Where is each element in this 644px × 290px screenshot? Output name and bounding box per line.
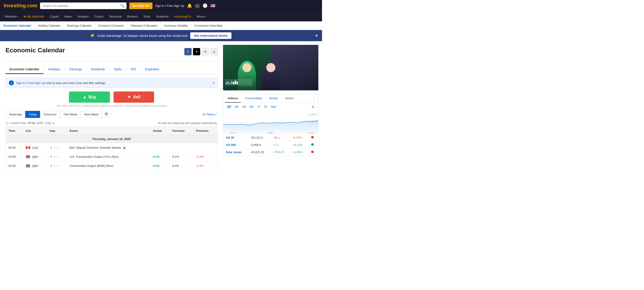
share-print-button[interactable]: 🖨 <box>210 48 218 55</box>
content-wrapper: Economic Calendar f ✕ ✉ 🖨 Economic Calen… <box>0 41 322 176</box>
time-6m-button[interactable]: 6M <box>248 105 255 109</box>
briefcase-icon[interactable]: 💼 <box>195 3 200 8</box>
subnav-currencies-heat-map[interactable]: Currencies Heat Map <box>191 22 226 30</box>
tab-commodities[interactable]: Commodities <box>242 94 265 103</box>
nav-watchlist[interactable]: ★ My Watchlist <box>21 12 47 22</box>
cell-time: 02:00 <box>6 152 23 162</box>
svg-text:16/01: 16/01 <box>268 132 273 134</box>
date-row-label: Thursday, January 16, 2025 <box>6 135 218 143</box>
chart-expand-button[interactable]: ⊞ <box>310 105 316 109</box>
get-off-button[interactable]: Get 50% Off <box>129 2 152 9</box>
date-today-button[interactable]: Today <box>25 111 40 118</box>
sell-arrow-icon: ▼ <box>127 95 131 100</box>
subnav-currency-volatility[interactable]: Currency Volatility <box>161 22 191 30</box>
promo-button[interactable]: See undervalued stocks <box>190 32 232 39</box>
time-1d-button[interactable]: 1D <box>226 105 232 109</box>
chart-container: 43,000.0 42,750.0 16:00 16/01 08:00 <box>223 109 318 134</box>
table-row: 00:30 🇨🇦 CAD ★ ★ ★ BoC Deputy Governor G… <box>6 143 218 152</box>
subnav-economic-calendar[interactable]: Economic Calendar <box>4 22 34 30</box>
nav-more[interactable]: More ▾ <box>194 12 208 22</box>
cell-forecast <box>170 143 194 152</box>
calendar-picker-button[interactable]: 📅 <box>102 111 111 118</box>
info-sign-in-link[interactable]: Sign In <box>16 81 25 85</box>
time-1m-button[interactable]: 1M <box>241 105 247 109</box>
right-sidebar: Indices | Commodities | Bonds | Stocks ⋮… <box>223 41 322 176</box>
index-row-dow: Dow Jones 43,221.55 +703.27 +1.65% <box>223 149 318 156</box>
search-button[interactable]: 🔍 <box>120 4 125 8</box>
date-this-week-button[interactable]: This Week <box>60 111 80 118</box>
share-twitter-button[interactable]: ✕ <box>193 48 200 55</box>
search-box: 🔍 <box>40 2 126 9</box>
index-dot-dow <box>311 150 314 153</box>
time-max-button[interactable]: Max <box>270 105 278 109</box>
timezone-label: (GMT -5:00) <box>36 122 51 125</box>
tab-stocks[interactable]: Stocks <box>282 94 297 103</box>
share-buttons: f ✕ ✉ 🖨 <box>184 48 218 55</box>
nav-crypto[interactable]: Crypto <box>48 12 61 22</box>
tabs-bar: Economic Calendar | Holidays | Earnings … <box>6 65 218 74</box>
tab-bonds[interactable]: Bonds <box>267 94 280 103</box>
sign-in-link[interactable]: Sign In / <box>155 4 166 8</box>
time-1w-button[interactable]: 1W <box>233 105 240 109</box>
nav-markets[interactable]: Markets ▾ <box>3 12 20 22</box>
index-value-us500: 5,956.9 <box>251 143 261 146</box>
indices-more-button[interactable]: ⋮ <box>312 96 316 101</box>
index-change-us500: +7.1 <box>273 143 279 146</box>
page-title: Economic Calendar <box>6 47 65 54</box>
subnav-fibonacci-calculator[interactable]: Fibonacci Calculator <box>128 22 161 30</box>
nav-news[interactable]: News <box>62 12 74 22</box>
speaker-icon: 🔊 <box>123 146 126 149</box>
tab-dividends[interactable]: Dividends <box>87 65 109 74</box>
nav-brokers[interactable]: Brokers <box>125 12 140 22</box>
info-sign-up-link[interactable]: Free Sign Up <box>28 81 45 85</box>
share-facebook-button[interactable]: f <box>184 48 192 55</box>
clock-icon[interactable]: 🕐 <box>202 3 208 8</box>
notification-icon[interactable]: 🔔 <box>187 3 192 8</box>
indices-widget: Indices | Commodities | Bonds | Stocks ⋮… <box>223 94 318 156</box>
index-name-us500[interactable]: US 500 <box>226 143 236 146</box>
subnav-earnings-calendar[interactable]: Earnings Calendar <box>64 22 95 30</box>
date-next-week-button[interactable]: Next Week <box>80 111 102 118</box>
nav-tools[interactable]: Tools <box>141 12 153 22</box>
share-email-button[interactable]: ✉ <box>202 48 209 55</box>
timezone-chevron[interactable]: ▾ <box>53 122 54 125</box>
sell-button[interactable]: ▼ Sell <box>114 92 154 103</box>
nav-academy[interactable]: Academy <box>154 12 171 22</box>
info-close-button[interactable]: ✕ <box>212 81 215 85</box>
divider <box>6 61 218 62</box>
buy-button[interactable]: ▲ Buy <box>69 92 110 103</box>
video-thumbnail[interactable] <box>223 45 318 90</box>
subnav-currency-converter[interactable]: Currency Converter <box>95 22 128 30</box>
date-yesterday-button[interactable]: Yesterday <box>6 111 25 118</box>
tab-ipo[interactable]: IPO <box>126 65 140 74</box>
sign-in-area: Sign In / Free Sign Up <box>155 4 184 8</box>
tab-holidays[interactable]: Holidays <box>44 65 65 74</box>
calendar-table: Time Cur. Imp. Event Actual Forecast Pre… <box>6 126 218 170</box>
tab-earnings[interactable]: Earnings <box>65 65 86 74</box>
logo-text: Investing <box>4 3 26 8</box>
tab-splits[interactable]: Splits <box>110 65 126 74</box>
svg-text:16:00: 16:00 <box>230 132 235 134</box>
nav-technical[interactable]: Technical <box>106 12 124 22</box>
index-name-us30[interactable]: US 30 <box>226 136 234 139</box>
tab-indices[interactable]: Indices <box>225 94 241 103</box>
nav-charts[interactable]: Charts <box>92 12 106 22</box>
cell-time: 00:30 <box>6 143 23 152</box>
flag-icon[interactable]: 🇺🇸 <box>210 3 215 8</box>
subnav-holiday-calendar[interactable]: Holiday Calendar <box>34 22 64 30</box>
cell-forecast: 0.4% <box>170 162 194 170</box>
nav-analysis[interactable]: Analysis <box>75 12 91 22</box>
nav-investingpro[interactable]: InvestingPro <box>172 12 194 22</box>
promo-close-button[interactable]: ✕ <box>315 33 318 38</box>
sign-up-link[interactable]: Free Sign Up <box>167 4 184 8</box>
tab-economic-calendar[interactable]: Economic Calendar <box>6 65 44 74</box>
time-5y-button[interactable]: 5Y <box>262 105 269 109</box>
filters-button[interactable]: ⊟ Filters <box>203 113 214 116</box>
cell-actual <box>150 143 169 152</box>
tab-expiration[interactable]: Expiration <box>141 65 164 74</box>
date-tomorrow-button[interactable]: Tomorrow <box>40 111 60 118</box>
time-1y-button[interactable]: 1Y <box>256 105 262 109</box>
index-dot-us500 <box>311 143 314 146</box>
index-name-dow[interactable]: Dow Jones <box>226 150 242 154</box>
search-input[interactable] <box>40 2 126 9</box>
